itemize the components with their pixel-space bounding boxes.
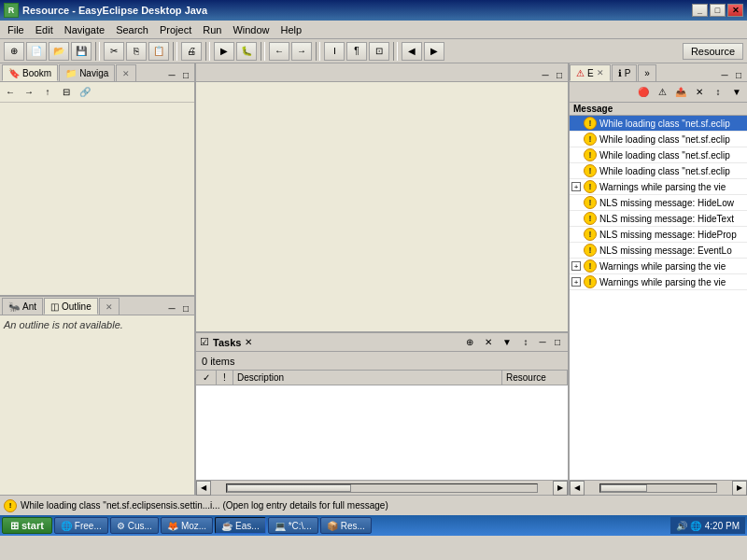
menu-navigate[interactable]: Navigate — [59, 22, 110, 37]
taskbar-app-2[interactable]: 🦊 Moz... — [161, 517, 213, 534]
forward-btn[interactable]: → — [21, 85, 37, 100]
problem-item[interactable]: +!Warnings while parsing the vie — [570, 179, 747, 195]
tb-btn-b[interactable]: ¶ — [346, 42, 367, 61]
taskbar-app-3[interactable]: ☕ Eas... — [215, 517, 266, 534]
problem-item[interactable]: !While loading class "net.sf.eclip — [570, 163, 747, 179]
prob-delete[interactable]: ✕ — [691, 85, 708, 100]
tasks-maximize[interactable]: □ — [551, 336, 564, 349]
menu-edit[interactable]: Edit — [30, 22, 59, 37]
tb-btn-7[interactable]: 📋 — [148, 42, 169, 61]
nav-minimize[interactable]: ─ — [165, 68, 178, 81]
problem-item[interactable]: !While loading class "net.sf.eclip — [570, 132, 747, 147]
new-button[interactable]: ⊕ — [4, 42, 24, 61]
tb-btn-c[interactable]: ⊡ — [369, 42, 389, 61]
tasks-close[interactable]: ✕ — [245, 337, 252, 347]
right-hscroll-left[interactable]: ◀ — [570, 481, 585, 496]
prob-sort[interactable]: ↕ — [710, 85, 726, 100]
menu-project[interactable]: Project — [154, 22, 197, 37]
tab-properties[interactable]: ℹ P — [612, 64, 638, 81]
tab-ant[interactable]: 🐜 Ant — [2, 298, 43, 315]
tasks-col-excl[interactable]: ! — [217, 371, 233, 385]
tb-btn-debug[interactable]: 🐛 — [236, 42, 257, 61]
problem-item[interactable]: !NLS missing message: HideProp — [570, 227, 747, 243]
maximize-button[interactable]: □ — [710, 4, 726, 17]
expand-icon[interactable]: + — [571, 277, 581, 287]
tb-next[interactable]: ▶ — [424, 42, 444, 61]
problem-item[interactable]: !While loading class "net.sf.eclip — [570, 116, 747, 132]
tasks-hscrollbar[interactable]: ◀ ▶ — [196, 480, 568, 495]
editor-maximize[interactable]: □ — [553, 68, 566, 81]
expand-icon[interactable]: + — [571, 261, 581, 271]
menu-search[interactable]: Search — [110, 22, 154, 37]
back-btn[interactable]: ← — [2, 85, 19, 100]
tab-close-x[interactable]: ✕ — [116, 64, 136, 81]
right-hscroll-thumb[interactable] — [600, 484, 647, 492]
hscroll-thumb[interactable] — [227, 484, 351, 492]
tab-extra[interactable]: » — [638, 64, 656, 81]
tb-btn-5[interactable]: ✂ — [104, 42, 124, 61]
tasks-minimize[interactable]: ─ — [536, 336, 549, 349]
problem-item[interactable]: !NLS missing message: EventLo — [570, 243, 747, 259]
prob-filter-warnings[interactable]: ⚠ — [654, 85, 670, 100]
hscroll-right[interactable]: ▶ — [553, 481, 568, 496]
right-minimize[interactable]: ─ — [718, 68, 731, 81]
tb-prev[interactable]: ◀ — [402, 42, 422, 61]
tab-outline[interactable]: ◫ Outline — [44, 298, 98, 315]
collapse-btn[interactable]: ⊟ — [58, 85, 75, 100]
menu-window[interactable]: Window — [227, 22, 275, 37]
menu-run[interactable]: Run — [197, 22, 227, 37]
close-button[interactable]: ✕ — [727, 4, 743, 17]
problem-item[interactable]: !NLS missing message: HideText — [570, 211, 747, 227]
menu-file[interactable]: File — [2, 22, 30, 37]
tasks-col-check[interactable]: ✓ — [196, 371, 217, 385]
tasks-col-resource[interactable]: Resource — [502, 371, 568, 385]
taskbar-app-1[interactable]: ⚙ Cus... — [110, 517, 159, 534]
resource-tab-button[interactable]: Resource — [683, 43, 743, 60]
hscroll-track[interactable] — [226, 483, 538, 493]
problem-item[interactable]: +!Warnings while parsing the vie — [570, 259, 747, 274]
taskbar-app-5[interactable]: 📦 Res... — [320, 517, 372, 534]
up-btn[interactable]: ↑ — [39, 85, 56, 100]
right-maximize[interactable]: □ — [732, 68, 745, 81]
tasks-sort[interactable]: ↕ — [517, 335, 534, 350]
tasks-add[interactable]: ⊕ — [461, 335, 478, 350]
minimize-button[interactable]: _ — [692, 4, 708, 17]
right-hscroll-track[interactable] — [599, 483, 717, 493]
start-button[interactable]: ⊞ start — [2, 517, 52, 534]
outline-minimize[interactable]: ─ — [165, 301, 178, 315]
outline-maximize[interactable]: □ — [179, 301, 192, 315]
tab-navigator[interactable]: 📁 Naviga — [59, 64, 115, 81]
menu-help[interactable]: Help — [275, 22, 308, 37]
prob-filter-errors[interactable]: 🔴 — [635, 85, 652, 100]
link-btn[interactable]: 🔗 — [77, 85, 93, 100]
right-hscroll-right[interactable]: ▶ — [732, 481, 747, 496]
tb-btn-2[interactable]: 📄 — [26, 42, 47, 61]
tb-btn-4[interactable]: 💾 — [71, 42, 92, 61]
tb-btn-a[interactable]: Ⅰ — [324, 42, 345, 61]
tb-btn-3[interactable]: 📂 — [49, 42, 69, 61]
tb-btn-print[interactable]: 🖨 — [181, 42, 202, 61]
tb-btn-run[interactable]: ▶ — [214, 42, 234, 61]
tb-back[interactable]: ← — [269, 42, 289, 61]
prob-export[interactable]: 📤 — [672, 85, 689, 100]
editor-minimize[interactable]: ─ — [539, 68, 552, 81]
errors-tab-close[interactable]: ✕ — [597, 68, 604, 77]
tasks-col-desc[interactable]: Description — [233, 371, 502, 385]
tab-errors[interactable]: ⚠ E ✕ — [570, 64, 611, 81]
right-hscrollbar[interactable]: ◀ ▶ — [570, 480, 747, 495]
hscroll-left[interactable]: ◀ — [196, 481, 211, 496]
tasks-filter[interactable]: ▼ — [499, 335, 515, 350]
taskbar-app-4[interactable]: 💻 *C:\... — [268, 517, 318, 534]
problem-item[interactable]: +!Warnings while parsing the vie — [570, 274, 747, 290]
taskbar-app-0[interactable]: 🌐 Free... — [54, 517, 108, 534]
nav-maximize[interactable]: □ — [179, 68, 192, 81]
tb-btn-6[interactable]: ⎘ — [126, 42, 147, 61]
problem-item[interactable]: !NLS missing message: HideLow — [570, 195, 747, 211]
problem-item[interactable]: !While loading class "net.sf.eclip — [570, 147, 747, 163]
prob-menu[interactable]: ▼ — [728, 85, 745, 100]
tasks-delete[interactable]: ✕ — [480, 335, 497, 350]
outline-close[interactable]: ✕ — [99, 298, 120, 315]
tb-forward[interactable]: → — [291, 42, 312, 61]
expand-icon[interactable]: + — [571, 182, 581, 191]
tab-bookmarks[interactable]: 🔖 Bookm — [2, 64, 58, 81]
